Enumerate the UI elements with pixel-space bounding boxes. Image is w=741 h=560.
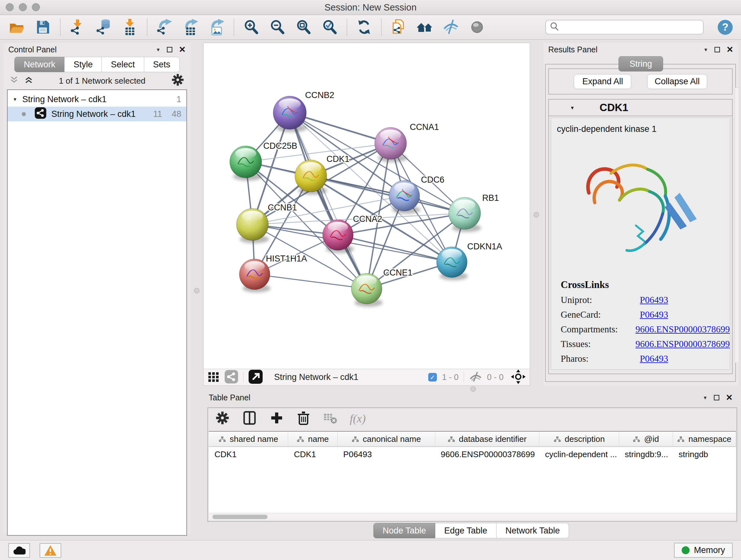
collapse-panel-icon[interactable]: ▼: [703, 47, 708, 52]
grid-icon[interactable]: [207, 371, 219, 384]
network-canvas[interactable]: CCNB2 CCNA1 CDC25B CDK1 CDC6: [204, 43, 530, 369]
minimize-window-button[interactable]: [19, 3, 27, 11]
close-panel-icon[interactable]: ✕: [179, 45, 186, 54]
expand-all-button[interactable]: Expand All: [574, 74, 631, 89]
collapse-all-button[interactable]: Collapse All: [647, 74, 707, 89]
string-document-icon[interactable]: [390, 18, 407, 36]
zoom-fit-icon[interactable]: [295, 18, 312, 36]
node-CCNB2[interactable]: CCNB2: [273, 90, 334, 132]
network-collection-row[interactable]: ▼ String Network – cdk1 1: [8, 92, 186, 107]
left-splitter-handle[interactable]: [194, 288, 199, 294]
tree-expander-icon[interactable]: ▼: [13, 97, 17, 102]
node-CCNB1[interactable]: CCNB1: [237, 203, 297, 243]
cloud-icon[interactable]: [8, 543, 30, 558]
open-session-icon[interactable]: [8, 18, 25, 36]
tab-edge-table[interactable]: Edge Table: [435, 523, 496, 538]
collapse-panel-icon[interactable]: ▼: [156, 47, 160, 52]
right-splitter-handle[interactable]: [534, 212, 539, 217]
zoom-in-icon[interactable]: [243, 18, 260, 36]
column-header-canonicalname[interactable]: canonical name: [338, 432, 435, 447]
export-image-icon[interactable]: [208, 18, 225, 36]
hidden-eye-icon[interactable]: [469, 371, 482, 383]
scrollbar-thumb[interactable]: [212, 515, 267, 519]
collapse-all-networks-icon[interactable]: [10, 76, 18, 86]
crosslink-link[interactable]: 9606.ENSP00000378699: [635, 339, 730, 349]
gear-icon[interactable]: [171, 73, 185, 89]
node-CDK1[interactable]: CDK1: [295, 154, 349, 195]
node-HIST1H1A[interactable]: HIST1H1A: [239, 254, 307, 293]
home-icon[interactable]: [416, 18, 433, 36]
float-panel-icon[interactable]: [714, 395, 719, 400]
crosslink-link[interactable]: P06493: [640, 309, 668, 320]
column-header-description[interactable]: description: [539, 432, 619, 447]
node-CCNA1[interactable]: CCNA1: [375, 122, 439, 162]
network-footer: String Network – cdk1 ✓ 1 - 0 0 - 0: [204, 369, 530, 385]
network-row-selected[interactable]: String Network – cdk1 11 48: [8, 107, 186, 121]
float-panel-icon[interactable]: [167, 47, 172, 52]
refresh-icon[interactable]: [355, 18, 373, 36]
crosslinks-heading: CrossLinks: [561, 279, 730, 291]
search-box[interactable]: [545, 20, 704, 35]
zoom-window-button[interactable]: [32, 3, 40, 11]
export-table-icon[interactable]: [182, 18, 199, 36]
node-CDKN1A[interactable]: CDKN1A: [436, 242, 502, 280]
close-panel-icon[interactable]: ✕: [726, 45, 733, 54]
collapse-panel-icon[interactable]: ▼: [703, 395, 708, 400]
tab-sets[interactable]: Sets: [144, 57, 180, 72]
tab-network-table[interactable]: Network Table: [496, 523, 569, 538]
tab-node-table[interactable]: Node Table: [374, 523, 435, 538]
close-panel-icon[interactable]: ✕: [726, 393, 733, 401]
hidden-counts: 0 - 0: [487, 372, 503, 382]
node-RB1[interactable]: RB1: [449, 193, 499, 232]
export-network-icon[interactable]: [156, 18, 173, 36]
node-CDC6[interactable]: CDC6: [389, 175, 445, 214]
column-header-sharedname[interactable]: shared name: [209, 432, 288, 447]
zoom-out-icon[interactable]: [269, 18, 286, 36]
table-horizontal-scrollbar[interactable]: [209, 513, 736, 520]
column-header-id[interactable]: @id: [619, 432, 673, 447]
crosslink-link[interactable]: 9606.ENSP00000378699: [635, 324, 730, 334]
search-input[interactable]: [562, 22, 699, 33]
warning-icon[interactable]: [40, 543, 61, 558]
share-icon[interactable]: [225, 370, 238, 385]
float-panel-icon[interactable]: [715, 47, 720, 52]
crosshair-icon[interactable]: [511, 369, 526, 386]
import-database-icon[interactable]: [95, 18, 112, 36]
results-panel-title: Results Panel: [548, 45, 597, 54]
crosslink-row: Pharos:P06493: [561, 354, 730, 364]
close-window-button[interactable]: [6, 3, 14, 11]
tab-style[interactable]: Style: [64, 57, 102, 72]
table-row[interactable]: CDK1CDK1P064939606.ENSP00000378699cyclin…: [209, 447, 736, 459]
column-header-name[interactable]: name: [288, 432, 338, 447]
node-table[interactable]: shared namenamecanonical namedatabase id…: [209, 431, 736, 513]
node-CDC25B[interactable]: CDC25B: [230, 141, 297, 181]
external-link-icon[interactable]: [249, 370, 263, 385]
tab-string[interactable]: String: [618, 56, 664, 71]
import-table-icon[interactable]: [121, 18, 138, 36]
horizontal-splitter-handle[interactable]: [470, 386, 476, 392]
help-icon[interactable]: ?: [718, 20, 733, 35]
show-all-icon[interactable]: [468, 18, 486, 36]
import-network-icon[interactable]: [69, 18, 86, 36]
columns-icon[interactable]: [242, 410, 257, 427]
crosslink-row: Tissues:9606.ENSP00000378699: [561, 339, 730, 349]
results-scrollbar[interactable]: [735, 87, 739, 363]
tab-network[interactable]: Network: [14, 57, 64, 72]
selected-checkbox[interactable]: ✓: [428, 373, 437, 381]
table-cell: CDK1: [209, 447, 288, 459]
gear-icon[interactable]: [215, 411, 230, 427]
add-column-icon[interactable]: [269, 411, 284, 427]
tab-select[interactable]: Select: [102, 57, 144, 72]
trash-icon[interactable]: [296, 410, 311, 427]
save-session-icon[interactable]: [35, 18, 52, 36]
crosslink-link[interactable]: P06493: [640, 354, 668, 364]
gene-section-header[interactable]: ▼ CDK1: [549, 100, 732, 116]
column-header-namespace[interactable]: namespace: [673, 432, 736, 447]
memory-button[interactable]: Memory: [674, 543, 733, 558]
section-expander-icon[interactable]: ▼: [570, 105, 575, 111]
crosslink-link[interactable]: P06493: [640, 295, 668, 305]
expand-all-networks-icon[interactable]: [24, 76, 33, 86]
hide-selected-icon[interactable]: [442, 18, 460, 36]
zoom-selected-icon[interactable]: [321, 18, 338, 36]
column-header-databaseidentifier[interactable]: database identifier: [435, 432, 539, 447]
